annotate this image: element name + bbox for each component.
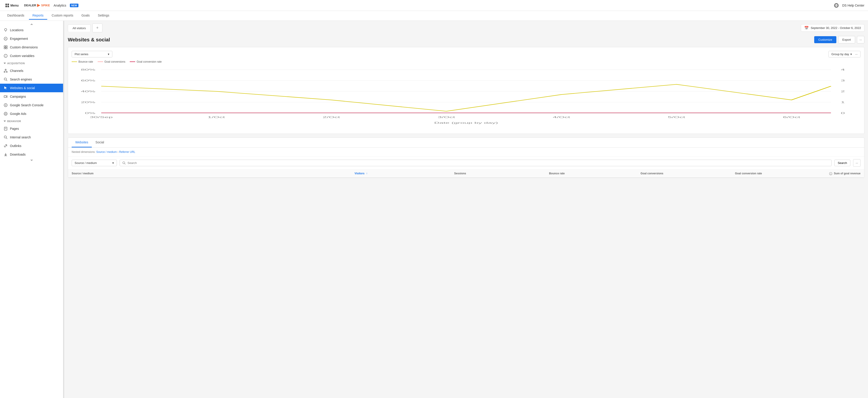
sidebar-item-locations[interactable]: Locations (0, 26, 63, 34)
svg-text:1: 1 (841, 101, 845, 103)
col-header-goal-rate[interactable]: Goal conversion rate (663, 172, 762, 175)
col-header-sessions[interactable]: Sessions (368, 172, 466, 175)
top-bar: Menu DEALER SPIKE Analytics NEW DS Help … (0, 0, 868, 11)
svg-marker-27 (4, 121, 6, 122)
group-by-label: Group by day (831, 53, 849, 56)
svg-text:4/Oct: 4/Oct (553, 116, 570, 119)
tab-goals[interactable]: Goals (78, 12, 93, 20)
table-more-button[interactable]: ··· (853, 159, 861, 167)
goal-conv-line-icon (98, 62, 103, 62)
tab-custom-reports[interactable]: Custom reports (48, 12, 77, 20)
legend-goal-rate: Goal conversion rate (130, 60, 162, 63)
svg-marker-21 (4, 86, 7, 89)
sidebar-item-label: Google Search Console (10, 103, 43, 107)
svg-text:5/Oct: 5/Oct (668, 116, 685, 119)
menu-icon (5, 4, 9, 7)
sidebar-item-engagement[interactable]: Engagement (0, 34, 63, 43)
col-goal-rate-label: Goal conversion rate (735, 172, 762, 175)
svg-rect-7 (4, 46, 5, 47)
goal-conv-label: Goal conversions (104, 60, 125, 63)
pages-icon (4, 127, 8, 131)
tab-reports[interactable]: Reports (29, 12, 47, 20)
export-button[interactable]: Export (838, 36, 855, 43)
svg-point-25 (4, 112, 7, 115)
svg-rect-10 (6, 48, 7, 49)
report-more-button[interactable]: ··· (857, 36, 864, 43)
sidebar-item-downloads[interactable]: Downloads (0, 150, 63, 159)
chart-more-icon[interactable]: ··· (855, 53, 858, 56)
sidebar-item-google-search-console[interactable]: Google Search Console (0, 101, 63, 110)
svg-point-31 (4, 136, 6, 138)
behavior-section[interactable]: BEHAVIOR (0, 118, 63, 124)
bounce-line-icon (72, 62, 77, 62)
col-header-revenue[interactable]: i Sum of goal revenue (762, 172, 861, 175)
col-bounce-label: Bounce rate (549, 172, 565, 175)
nested-referrer-link[interactable]: Referrer URL (119, 150, 135, 154)
sidebar-item-internal-search[interactable]: Internal search (0, 133, 63, 142)
svg-text:0: 0 (841, 112, 845, 115)
search-button[interactable]: Search (834, 160, 850, 166)
cursor-icon (4, 86, 8, 90)
tab-websites[interactable]: Websites (72, 138, 92, 148)
tab-settings[interactable]: Settings (94, 12, 113, 20)
sidebar-item-custom-variables[interactable]: + Custom variables (0, 52, 63, 60)
pin-icon (4, 28, 8, 32)
date-range-picker[interactable]: 📅 September 30, 2022 - October 6, 2022 (801, 24, 864, 32)
dimension-select[interactable]: Source / medium ▾ (72, 160, 117, 166)
chevron-down-icon-2 (4, 120, 6, 122)
tab-dashboards[interactable]: Dashboards (4, 12, 28, 20)
sidebar-item-search-engines[interactable]: Search engines (0, 75, 63, 84)
svg-marker-23 (6, 96, 7, 97)
analytics-label: Analytics (54, 4, 66, 7)
plot-series-select[interactable]: Plot series ▾ (72, 51, 112, 57)
col-header-goal-conv[interactable]: Goal conversions (565, 172, 663, 175)
brand-logo: DEALER SPIKE (24, 4, 50, 7)
chart-svg: 80% 60% 40% 20% 0% 4 3 2 (72, 66, 861, 129)
svg-point-16 (6, 71, 7, 72)
report-header: Websites & social Customize Export ··· (68, 36, 864, 43)
group-by-button[interactable]: Group by day ▾ ··· (829, 51, 861, 57)
menu-label: Menu (10, 4, 19, 7)
sidebar-item-custom-dimensions[interactable]: Custom dimensions (0, 43, 63, 52)
sidebar-item-label: Channels (10, 69, 23, 72)
sidebar-item-channels[interactable]: Channels (0, 66, 63, 75)
tab-social[interactable]: Social (92, 138, 107, 148)
svg-line-61 (125, 163, 125, 164)
sidebar-resize-handle[interactable] (63, 21, 64, 398)
svg-text:1/Oct: 1/Oct (208, 116, 225, 119)
sidebar-item-outlinks[interactable]: Outlinks (0, 142, 63, 150)
group-by-arrow-icon: ▾ (850, 53, 852, 56)
col-header-bounce[interactable]: Bounce rate (466, 172, 565, 175)
globe-icon[interactable] (834, 3, 839, 8)
sidebar-item-websites-social[interactable]: Websites & social (0, 84, 63, 92)
sidebar-item-campaigns[interactable]: Campaigns (0, 92, 63, 101)
svg-rect-22 (4, 96, 6, 97)
search-input[interactable] (127, 161, 829, 165)
add-segment-button[interactable]: + (92, 24, 103, 32)
goal-rate-label: Goal conversion rate (136, 60, 162, 63)
menu-button[interactable]: Menu (4, 3, 21, 8)
segment-tab-all-visitors[interactable]: All visitors (68, 24, 91, 32)
sidebar: Locations Engagement Custom dimensions +… (0, 21, 63, 398)
outlinks-icon (4, 144, 8, 148)
dim-select-arrow-icon: ▾ (112, 161, 114, 165)
sidebar-scroll-up[interactable] (0, 23, 63, 26)
table-header: Source / medium Visitors ↑ Sessions Boun… (68, 170, 864, 178)
engagement-icon (4, 37, 8, 41)
sidebar-item-label: Websites & social (10, 86, 35, 90)
sidebar-scroll-down[interactable] (0, 159, 63, 162)
search-icon (123, 161, 126, 165)
search-engines-icon (4, 77, 8, 82)
nested-source-link[interactable]: Source / medium (96, 150, 117, 154)
svg-text:80%: 80% (81, 68, 95, 71)
help-center-label[interactable]: DS Help Center (842, 4, 864, 7)
customize-button[interactable]: Customize (814, 36, 836, 43)
main-layout: Locations Engagement Custom dimensions +… (0, 21, 868, 398)
col-header-visitors[interactable]: Visitors ↑ (269, 172, 368, 175)
chevron-down-icon (4, 62, 6, 64)
report-content: Websites & social Customize Export ··· P… (64, 32, 868, 182)
sidebar-item-pages[interactable]: Pages (0, 124, 63, 133)
svg-text:4: 4 (841, 68, 845, 71)
acquisition-section[interactable]: ACQUISITION (0, 60, 63, 66)
sidebar-item-google-ads[interactable]: Google Ads (0, 110, 63, 118)
